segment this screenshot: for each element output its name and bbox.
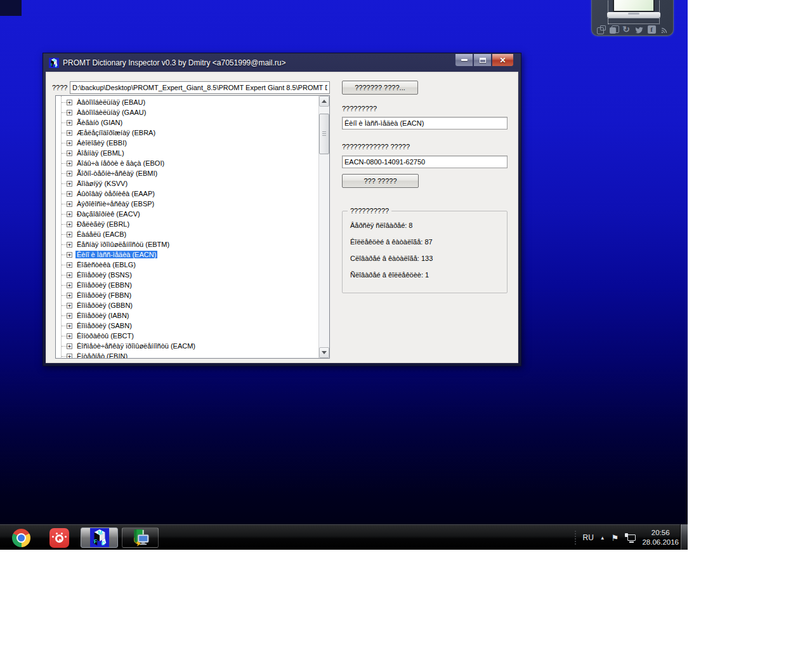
tree-item-label: Êîììåðöèÿ (BSNS) bbox=[75, 271, 133, 279]
tree-item[interactable]: + Ãîðíî-òåõíè÷åñêàÿ (EBMI) bbox=[56, 168, 318, 178]
show-hidden-icons-button[interactable]: ▲ bbox=[600, 535, 605, 541]
scroll-down-button[interactable] bbox=[319, 347, 329, 358]
expand-icon[interactable]: + bbox=[67, 211, 72, 217]
tree-item[interactable]: + Êîììåðöèÿ (SABN) bbox=[56, 321, 318, 331]
dictionary-path-input[interactable] bbox=[70, 81, 330, 94]
tree-item[interactable]: + Äîìàøíÿÿ (KSVV) bbox=[56, 178, 318, 189]
expand-icon[interactable]: + bbox=[67, 293, 72, 298]
copy-layers-icon[interactable] bbox=[610, 25, 618, 34]
svg-text:C: C bbox=[101, 540, 105, 547]
tree-item[interactable]: + Âîåííàÿ (EBML) bbox=[56, 148, 318, 158]
tree-connector bbox=[62, 112, 67, 113]
tree-item[interactable]: + Èíòåðíåò (EBIN) bbox=[56, 351, 318, 359]
expand-icon[interactable]: + bbox=[67, 333, 72, 339]
tree-item[interactable]: + Äîáû÷à íåôòè è ãàçà (EBOI) bbox=[56, 158, 318, 168]
expand-icon[interactable]: + bbox=[67, 130, 72, 136]
expand-icon[interactable]: + bbox=[67, 323, 72, 329]
expand-icon[interactable]: + bbox=[67, 110, 72, 116]
action-center-flag-icon[interactable]: ⚑ bbox=[612, 533, 619, 543]
expand-icon[interactable]: + bbox=[67, 140, 72, 146]
tree-item[interactable]: + Êîììåðöèÿ (IABN) bbox=[56, 310, 318, 321]
tree-item-label: Êîììåðöèÿ (IABN) bbox=[75, 312, 131, 319]
tree-item[interactable]: + Êîñìåòè÷åñêàÿ ïðîìûøëåííîñòü (EACM) bbox=[56, 341, 318, 351]
tree-item[interactable]: + Áèîëîãèÿ (EBBI) bbox=[56, 138, 318, 148]
tree-item[interactable]: + Àâòîìîáèëüíàÿ (GAAU) bbox=[56, 107, 318, 117]
expand-icon[interactable]: + bbox=[67, 181, 72, 187]
dictionary-code-field[interactable] bbox=[342, 156, 508, 168]
taskbar-mfc-app-button[interactable]: M F C bbox=[81, 527, 118, 548]
taskbar-promt-button[interactable] bbox=[122, 527, 159, 548]
tree-item[interactable]: + Ãèãàíò (GIAN) bbox=[56, 117, 318, 128]
screenshot-gadget[interactable]: ↻ f bbox=[591, 0, 674, 36]
desktop-corner-artifact bbox=[0, 0, 22, 16]
expand-icon[interactable]: + bbox=[67, 282, 72, 288]
tree-item[interactable]: + Ðàçãîâîðíèê (EACV) bbox=[56, 209, 318, 219]
tree-connector bbox=[62, 346, 67, 347]
expand-icon[interactable]: + bbox=[67, 100, 72, 105]
taskbar-clock[interactable]: 20:56 28.06.2016 bbox=[642, 528, 679, 547]
tree-item-label: Ãèãàíò (GIAN) bbox=[75, 119, 124, 126]
tree-item[interactable]: + Ðåëèãèÿ (EBRL) bbox=[56, 219, 318, 229]
clock-date: 28.06.2016 bbox=[642, 538, 679, 547]
tree-item[interactable]: + Áûòîâàÿ òåõíèêà (EAAP) bbox=[56, 189, 318, 199]
tray-grip bbox=[575, 531, 577, 545]
tree-item[interactable]: + Ëîãèñòèêà (EBLG) bbox=[56, 260, 318, 270]
tree-item[interactable]: + Àýðîêîñìè÷åñêàÿ (EBSP) bbox=[56, 199, 318, 209]
tree-item-label: Êîììåðöèÿ (GBBN) bbox=[75, 302, 134, 309]
tree-item[interactable]: + Ëåñíàÿ ïðîìûøëåííîñòü (EBTM) bbox=[56, 239, 318, 249]
capture-window-icon[interactable] bbox=[597, 25, 605, 34]
expand-icon[interactable]: + bbox=[67, 222, 72, 227]
scrollbar-thumb[interactable] bbox=[319, 114, 329, 154]
expand-icon[interactable]: + bbox=[67, 303, 72, 308]
expand-icon[interactable]: + bbox=[67, 272, 72, 278]
expand-icon[interactable]: + bbox=[67, 242, 72, 248]
open-folder-button[interactable]: ??????? ????... bbox=[342, 81, 418, 95]
maximize-button[interactable] bbox=[473, 54, 492, 67]
expand-icon[interactable]: + bbox=[67, 201, 72, 207]
twitter-icon[interactable] bbox=[635, 25, 643, 34]
tree-item[interactable]: + Êèíî è Ìàññ-ìåäèà (EACN) bbox=[56, 249, 318, 260]
language-indicator[interactable]: RU bbox=[583, 533, 594, 542]
tree-item[interactable]: + Êîììåðöèÿ (BSNS) bbox=[56, 270, 318, 280]
minimize-icon bbox=[461, 59, 468, 61]
expand-icon[interactable]: + bbox=[67, 354, 72, 359]
chrome-logo-icon bbox=[12, 529, 30, 547]
expand-icon[interactable]: + bbox=[67, 313, 72, 319]
tree-item[interactable]: + Êîììåðöèÿ (EBBN) bbox=[56, 280, 318, 290]
tree-item[interactable]: + Êîíòðàêòû (EBCT) bbox=[56, 331, 318, 341]
tree-item[interactable]: + Êîììåðöèÿ (FBBN) bbox=[56, 290, 318, 300]
tree-connector bbox=[62, 214, 67, 215]
tree-item[interactable]: + Êîììåðöèÿ (GBBN) bbox=[56, 300, 318, 310]
expand-icon[interactable]: + bbox=[67, 191, 72, 197]
tree-item-label: Èíòåðíåò (EBIN) bbox=[75, 352, 129, 359]
scroll-up-button[interactable] bbox=[319, 96, 329, 107]
tree-scrollbar[interactable] bbox=[318, 96, 329, 358]
expand-icon[interactable]: + bbox=[67, 150, 72, 156]
laptop-keyboard bbox=[607, 12, 660, 18]
tree-item[interactable]: + Àâòîìîáèëüíàÿ (EBAU) bbox=[56, 97, 318, 107]
expand-icon[interactable]: + bbox=[67, 252, 72, 258]
broadcast-icon[interactable] bbox=[660, 25, 669, 34]
expand-icon[interactable]: + bbox=[67, 343, 72, 349]
facebook-icon[interactable]: f bbox=[648, 25, 656, 34]
expand-icon[interactable]: + bbox=[67, 171, 72, 176]
expand-icon[interactable]: + bbox=[67, 120, 72, 126]
taskbar-chrome-icon[interactable] bbox=[11, 527, 30, 548]
expand-icon[interactable]: + bbox=[67, 161, 72, 166]
network-icon[interactable] bbox=[625, 533, 636, 543]
expand-icon[interactable]: + bbox=[67, 262, 72, 268]
tree-item-label: Êàáåëü (EACB) bbox=[75, 230, 128, 238]
dictionary-name-field[interactable] bbox=[342, 117, 508, 129]
action-button[interactable]: ??? ????? bbox=[342, 174, 419, 188]
tree-item[interactable]: + Æåëåçíîäîðîæíàÿ (EBRA) bbox=[56, 128, 318, 138]
refresh-icon[interactable]: ↻ bbox=[622, 25, 631, 34]
tree-item[interactable]: + Êàáåëü (EACB) bbox=[56, 229, 318, 239]
taskbar-gom-player-icon[interactable] bbox=[49, 527, 69, 548]
expand-icon[interactable]: + bbox=[67, 232, 72, 237]
minimize-button[interactable] bbox=[455, 54, 473, 67]
close-button[interactable]: ✕ bbox=[492, 54, 514, 67]
dictionary-tree[interactable]: + Àâòîìîáèëüíàÿ (EBAU) + Àâòîìîáèëüíàÿ (… bbox=[55, 95, 330, 359]
tree-connector bbox=[62, 305, 67, 306]
titlebar[interactable]: M F C PROMT Dictionary Inspector v0.3 by… bbox=[43, 53, 521, 72]
show-desktop-button[interactable] bbox=[680, 524, 688, 550]
